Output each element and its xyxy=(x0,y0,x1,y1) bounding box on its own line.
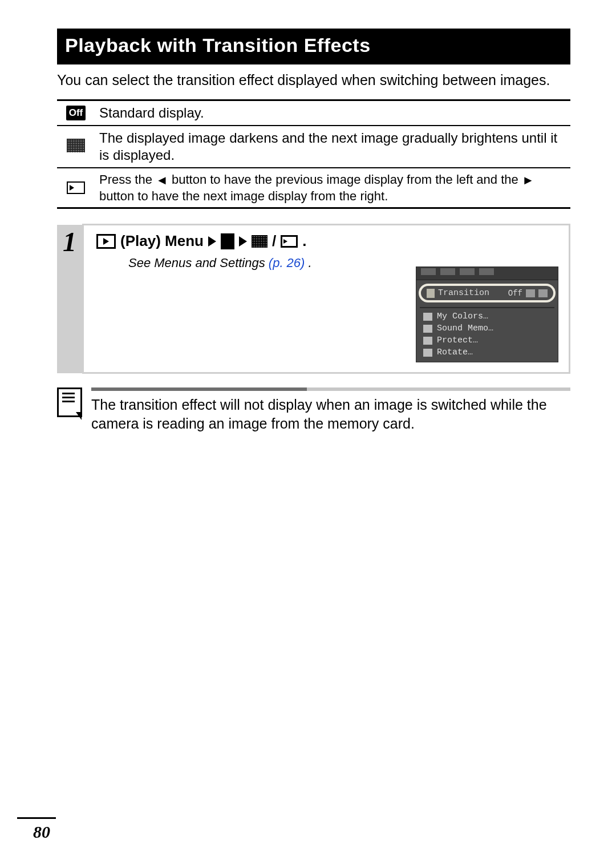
camera-menu-selected-row: Transition Off xyxy=(419,284,556,302)
transition-option-icon xyxy=(526,289,535,297)
slide-glyph-icon xyxy=(281,235,298,248)
right-arrow-icon: ► xyxy=(522,172,534,188)
effect-desc-slide: Press the ◄ button to have the previous … xyxy=(95,168,570,208)
camera-menu-item: My Colors… xyxy=(416,310,558,322)
camera-menu-item-label: My Colors… xyxy=(437,312,488,321)
page-reference-link[interactable]: (p. 26) xyxy=(269,256,305,270)
page-rule xyxy=(17,817,56,819)
chevron-right-icon xyxy=(239,236,247,247)
play-icon xyxy=(96,234,116,249)
camera-tab-icon xyxy=(421,268,436,275)
see-prefix: See Menus and Settings xyxy=(128,256,269,270)
camera-tab-icon xyxy=(460,268,475,275)
chevron-right-icon xyxy=(208,236,216,247)
rotate-icon xyxy=(423,349,432,357)
table-row: Press the ◄ button to have the previous … xyxy=(57,168,570,208)
slash: / xyxy=(272,232,276,250)
camera-menu-screenshot: Transition Off My Colors… xyxy=(416,267,558,362)
note-icon xyxy=(57,387,82,417)
effects-table: Off Standard display. The displayed imag… xyxy=(57,99,570,209)
fade-icon xyxy=(67,139,85,152)
step-body: (Play) Menu / . See Menus and Settings (… xyxy=(83,225,570,373)
fade-glyph-icon xyxy=(252,235,268,248)
table-row: The displayed image darkens and the next… xyxy=(57,126,570,168)
step-instruction: (Play) Menu / . xyxy=(96,232,560,250)
camera-tab-icon xyxy=(479,268,494,275)
transition-row-icon xyxy=(427,289,435,298)
transition-value: Off xyxy=(508,289,522,298)
table-row: Off Standard display. xyxy=(57,100,570,126)
note-divider xyxy=(91,387,570,391)
camera-menu-item: Protect… xyxy=(416,334,558,346)
transition-option-icon xyxy=(538,289,548,297)
camera-menu-item-label: Protect… xyxy=(437,336,478,345)
effect-desc-off: Standard display. xyxy=(95,100,570,126)
camera-menu-item: Sound Memo… xyxy=(416,322,558,334)
period: . xyxy=(302,232,306,250)
transition-glyph-icon xyxy=(221,233,234,249)
camera-menu-item-label: Sound Memo… xyxy=(437,324,493,333)
step-number: 1 xyxy=(63,227,76,257)
effect-desc-fade: The displayed image darkens and the next… xyxy=(95,126,570,168)
row3-a: Press the xyxy=(99,172,156,187)
row3-c: button to have the next image display fr… xyxy=(99,189,388,203)
fade-icon-cell xyxy=(57,126,95,168)
note-text: The transition effect will not display w… xyxy=(91,395,570,433)
camera-menu-item: Rotate… xyxy=(416,346,558,358)
see-period: . xyxy=(309,256,312,270)
row3-b: button to have the previous image displa… xyxy=(172,172,522,187)
sound-memo-icon xyxy=(423,325,432,333)
left-arrow-icon: ◄ xyxy=(156,172,168,188)
page-number: 80 xyxy=(33,822,50,842)
off-icon-cell: Off xyxy=(57,100,95,126)
step-1: 1 (Play) Menu / . See xyxy=(57,224,570,374)
step-number-cell: 1 xyxy=(57,225,83,373)
note-block: The transition effect will not display w… xyxy=(57,387,570,433)
off-icon: Off xyxy=(66,106,86,120)
camera-menu-item-label: Rotate… xyxy=(437,348,473,357)
intro-text: You can select the transition effect dis… xyxy=(57,71,570,89)
protect-icon xyxy=(423,337,432,345)
slide-icon xyxy=(67,181,85,194)
slide-icon-cell xyxy=(57,168,95,208)
section-title: Playback with Transition Effects xyxy=(57,29,570,64)
camera-tab-icon xyxy=(440,268,455,275)
camera-tab-bar xyxy=(416,267,558,280)
my-colors-icon xyxy=(423,313,432,321)
transition-label: Transition xyxy=(438,288,489,298)
manual-page: Playback with Transition Effects You can… xyxy=(0,0,616,868)
play-menu-label: (Play) Menu xyxy=(120,232,204,250)
camera-menu-separator xyxy=(420,307,554,308)
